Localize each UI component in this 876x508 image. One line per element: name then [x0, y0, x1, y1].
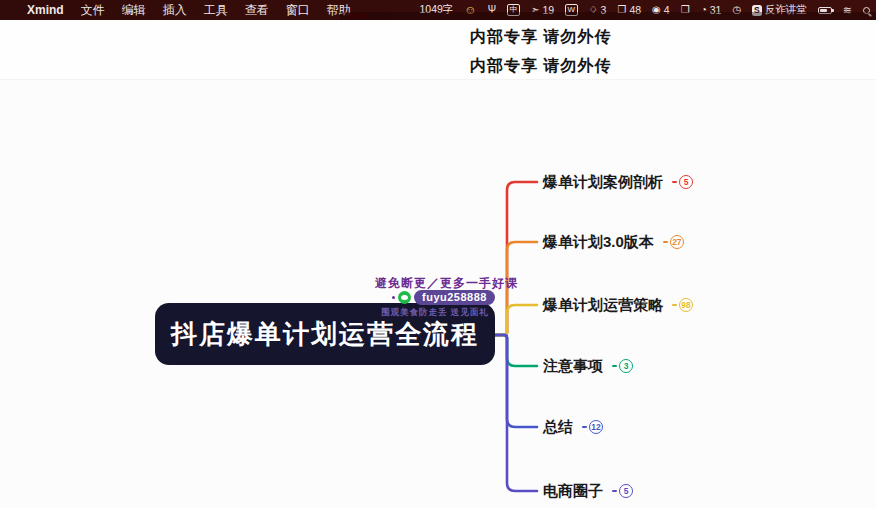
- branch-label[interactable]: 爆单计划案例剖析: [543, 173, 663, 192]
- root-topic-node[interactable]: 抖店爆单计划运营全流程: [155, 303, 495, 365]
- numeric-marker[interactable]: 5: [672, 175, 693, 189]
- seller-watermark-line1: 避免断更／更多一手好课: [375, 275, 518, 292]
- menu-view[interactable]: 查看: [245, 2, 269, 19]
- marker-dash: [612, 490, 617, 492]
- bookmark-count: 48: [629, 4, 641, 16]
- battery-icon[interactable]: [818, 7, 832, 14]
- coins-status[interactable]: ◉ 4: [652, 4, 670, 16]
- menu-tools[interactable]: 工具: [204, 2, 228, 19]
- marker-dash: [663, 241, 668, 243]
- branch-topic-4: 注意事项 3: [543, 356, 633, 376]
- connector-branch-1: [494, 182, 537, 335]
- s-app-status[interactable]: S 反诈讲堂: [752, 3, 807, 17]
- marker-count-badge: 12: [589, 420, 603, 434]
- menu-edit[interactable]: 编辑: [122, 2, 146, 19]
- menu-help[interactable]: 帮助: [327, 2, 351, 19]
- branch-topic-3: 爆单计划运营策略 98: [543, 295, 693, 315]
- confidential-banner-line1: 内部专享 请勿外传: [470, 27, 611, 48]
- numeric-marker[interactable]: 98: [672, 298, 693, 312]
- connector-branch-4: [494, 335, 537, 366]
- numeric-marker[interactable]: 12: [582, 420, 603, 434]
- folder-icon[interactable]: ❐: [681, 5, 690, 15]
- bookmark-status[interactable]: ❒ 48: [617, 4, 641, 16]
- s-app-icon: S: [752, 5, 762, 16]
- marker-dash: [672, 181, 677, 183]
- clock-icon[interactable]: ◷: [732, 5, 741, 15]
- connector-branch-5: [494, 335, 537, 427]
- coins-icon: ◉: [652, 5, 661, 15]
- numeric-marker[interactable]: 5: [612, 484, 633, 498]
- tag-count: 3: [601, 4, 607, 16]
- connector-branch-6: [494, 335, 537, 491]
- tag-status[interactable]: ♢ 3: [589, 4, 607, 16]
- menu-app-name[interactable]: Xmind: [27, 3, 64, 17]
- branch-topic-6: 电商圈子 5: [543, 481, 633, 501]
- word-count-status: 1049字: [420, 3, 454, 17]
- root-topic-label: 抖店爆单计划运营全流程: [171, 317, 479, 352]
- bird-status[interactable]: ➣ 19: [531, 4, 554, 16]
- bird-count: 19: [542, 4, 554, 16]
- menu-insert[interactable]: 插入: [163, 2, 187, 19]
- branch-topic-1: 爆单计划案例剖析 5: [543, 172, 693, 192]
- menu-file[interactable]: 文件: [81, 2, 105, 19]
- menu-window[interactable]: 窗口: [286, 2, 310, 19]
- macos-menu-bar: Xmind 文件 编辑 插入 工具 查看 窗口 帮助 1049字 ☺ Ψ 中 ➣…: [0, 0, 876, 20]
- tag-icon: ♢: [589, 5, 598, 15]
- s-app-text: 反诈讲堂: [765, 3, 807, 17]
- branch-label[interactable]: 电商圈子: [543, 482, 603, 501]
- marker-dash: [672, 304, 677, 306]
- marker-count-badge: 5: [679, 175, 693, 189]
- gauge-icon: ◔: [701, 5, 707, 15]
- w-app-icon[interactable]: W: [565, 4, 578, 16]
- wifi-icon[interactable]: ≋: [843, 5, 852, 16]
- numeric-marker[interactable]: 3: [612, 359, 633, 373]
- search-icon[interactable]: [863, 7, 870, 14]
- branch-label[interactable]: 爆单计划运营策略: [543, 296, 663, 315]
- gauge-status[interactable]: ◔ 31: [701, 4, 722, 16]
- connector-branch-3: [494, 305, 537, 335]
- marker-count-badge: 5: [619, 484, 633, 498]
- bullet-dot: [392, 296, 395, 299]
- marker-count-badge: 27: [670, 235, 684, 249]
- gauge-count: 31: [710, 4, 722, 16]
- branch-label[interactable]: 总结: [543, 418, 573, 437]
- canvas-top-strip: [0, 20, 876, 80]
- xmind-canvas[interactable]: 内部专享 请勿外传 内部专享 请勿外传 抖店爆单计划运营全流程 避免断更／更多一…: [0, 20, 876, 508]
- marker-dash: [612, 365, 617, 367]
- marker-dash: [582, 426, 587, 428]
- input-method-icon[interactable]: 中: [507, 4, 520, 16]
- branch-topic-5: 总结 12: [543, 417, 603, 437]
- connector-branch-2: [494, 242, 537, 335]
- smiley-icon[interactable]: ☺: [464, 4, 476, 16]
- branch-label[interactable]: 注意事项: [543, 357, 603, 376]
- marker-count-badge: 3: [619, 359, 633, 373]
- mic-icon[interactable]: Ψ: [488, 5, 496, 15]
- bookmark-icon: ❒: [617, 5, 626, 15]
- branch-label[interactable]: 爆单计划3.0版本: [543, 233, 654, 252]
- coins-count: 4: [664, 4, 670, 16]
- confidential-banner-line2: 内部专享 请勿外传: [470, 56, 611, 77]
- branch-connector-lines: [0, 20, 876, 508]
- branch-topic-2: 爆单计划3.0版本 27: [543, 232, 684, 252]
- bird-icon: ➣: [531, 5, 539, 15]
- marker-count-badge: 98: [679, 298, 693, 312]
- numeric-marker[interactable]: 27: [663, 235, 684, 249]
